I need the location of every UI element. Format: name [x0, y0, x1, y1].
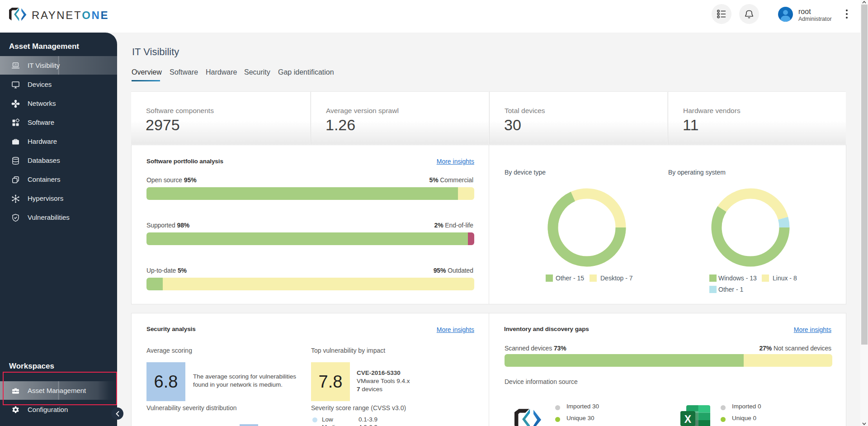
- svg-text:X: X: [684, 413, 692, 425]
